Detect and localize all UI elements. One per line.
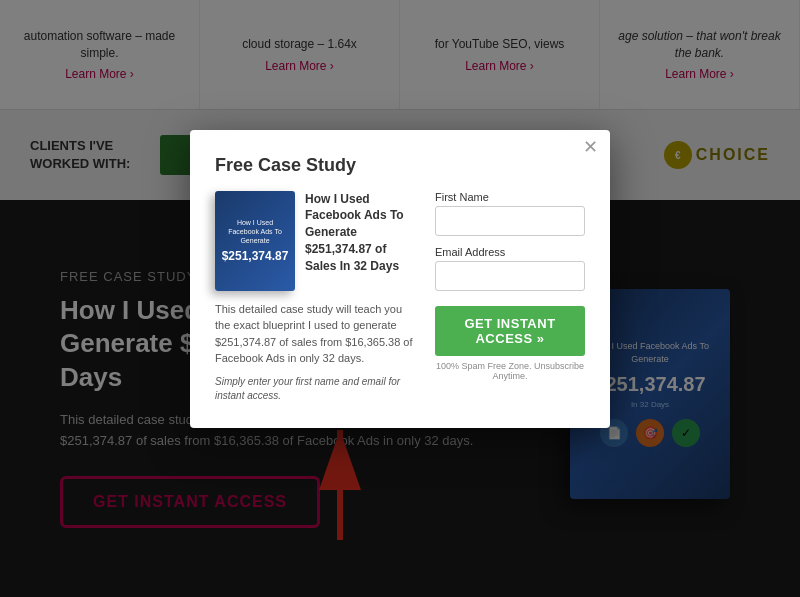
modal-overlay: ✕ Free Case Study How I Used Facebook Ad… bbox=[0, 0, 800, 597]
modal-mini-book: How I Used Facebook Ads To Generate $251… bbox=[215, 191, 295, 291]
form-submit-button[interactable]: GET INSTANT ACCESS » bbox=[435, 306, 585, 356]
modal-mini-book-price: $251,374.87 bbox=[222, 249, 289, 263]
modal: ✕ Free Case Study How I Used Facebook Ad… bbox=[190, 130, 610, 428]
modal-mini-book-title: How I Used Facebook Ads To Generate bbox=[223, 218, 287, 245]
first-name-label: First Name bbox=[435, 191, 585, 203]
modal-note: Simply enter your first name and email f… bbox=[215, 375, 420, 403]
form-spam-text: 100% Spam Free Zone. Unsubscribe Anytime… bbox=[435, 361, 585, 381]
modal-book-text: How I Used Facebook Ads To Generate $251… bbox=[305, 191, 420, 291]
modal-close-button[interactable]: ✕ bbox=[583, 138, 598, 156]
email-label: Email Address bbox=[435, 246, 585, 258]
modal-left-inner: How I Used Facebook Ads To Generate $251… bbox=[215, 191, 420, 291]
email-input[interactable] bbox=[435, 261, 585, 291]
first-name-input[interactable] bbox=[435, 206, 585, 236]
modal-title: Free Case Study bbox=[215, 155, 585, 176]
modal-desc: This detailed case study will teach you … bbox=[215, 301, 420, 367]
modal-book-title: How I Used Facebook Ads To Generate $251… bbox=[305, 191, 420, 275]
modal-left: How I Used Facebook Ads To Generate $251… bbox=[215, 191, 420, 403]
modal-form: First Name Email Address GET INSTANT ACC… bbox=[435, 191, 585, 403]
modal-body: How I Used Facebook Ads To Generate $251… bbox=[215, 191, 585, 403]
